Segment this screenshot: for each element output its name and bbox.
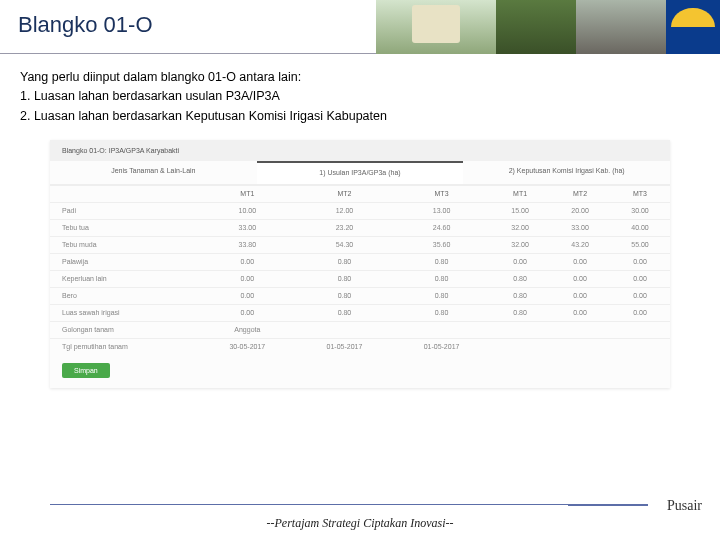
cell-value: 0.00 bbox=[610, 253, 670, 270]
cell-value: 0.00 bbox=[550, 287, 610, 304]
cell-value: 30-05-2017 bbox=[199, 338, 296, 355]
slide-footer: Pusair --Pertajam Strategi Ciptakan Inov… bbox=[0, 498, 720, 540]
ss-tab-usulan: 1) Usulan IP3A/GP3a (ha) bbox=[257, 161, 464, 184]
intro-lead: Yang perlu diinput dalam blangko 01-O an… bbox=[20, 68, 700, 87]
cell-value: 33.00 bbox=[550, 219, 610, 236]
col-mt2b: MT2 bbox=[550, 185, 610, 202]
row-label: Tebu tua bbox=[50, 219, 199, 236]
cell-value: 0.80 bbox=[393, 253, 490, 270]
row-label: Golongan tanam bbox=[50, 321, 199, 338]
ss-data-table: MT1 MT2 MT3 MT1 MT2 MT3 Padi10.0012.0013… bbox=[50, 185, 670, 355]
photo-structure bbox=[576, 0, 666, 54]
footer-rule bbox=[50, 504, 640, 505]
cell-value: 54.30 bbox=[296, 236, 393, 253]
table-row: Palawija0.000.800.800.000.000.00 bbox=[50, 253, 670, 270]
cell-value: 0.00 bbox=[490, 253, 550, 270]
title-underline bbox=[0, 53, 420, 54]
cell-value: 0.80 bbox=[296, 287, 393, 304]
cell-value: 0.80 bbox=[296, 270, 393, 287]
cell-value: 32.00 bbox=[490, 219, 550, 236]
cell-value bbox=[490, 338, 550, 355]
cell-value: 20.00 bbox=[550, 202, 610, 219]
col-mt1b: MT1 bbox=[490, 185, 550, 202]
cell-value: 15.00 bbox=[490, 202, 550, 219]
cell-value: 40.00 bbox=[610, 219, 670, 236]
row-label: Tebu muda bbox=[50, 236, 199, 253]
cell-value: 30.00 bbox=[610, 202, 670, 219]
table-row: Tebu muda33.8054.3035.6032.0043.2055.00 bbox=[50, 236, 670, 253]
cell-value: 13.00 bbox=[393, 202, 490, 219]
cell-value: 0.00 bbox=[610, 304, 670, 321]
cell-value: 12.00 bbox=[296, 202, 393, 219]
cell-value: 0.00 bbox=[199, 287, 296, 304]
ss-tab-keputusan: 2) Keputusan Komisi Irigasi Kab. (ha) bbox=[463, 161, 670, 184]
cell-value: 0.00 bbox=[610, 287, 670, 304]
cell-value bbox=[296, 321, 393, 338]
footer-tagline: --Pertajam Strategi Ciptakan Inovasi-- bbox=[0, 498, 720, 531]
cell-value: 0.80 bbox=[393, 304, 490, 321]
cell-value bbox=[393, 321, 490, 338]
row-label: Bero bbox=[50, 287, 199, 304]
intro-text: Yang perlu diinput dalam blangko 01-O an… bbox=[0, 54, 720, 126]
cell-value: 33.00 bbox=[199, 219, 296, 236]
cell-value: 0.00 bbox=[610, 270, 670, 287]
table-row: Golongan tanamAnggota bbox=[50, 321, 670, 338]
cell-value: 0.80 bbox=[490, 304, 550, 321]
cell-value: 32.00 bbox=[490, 236, 550, 253]
logo-pu bbox=[666, 0, 720, 54]
cell-value: 0.80 bbox=[393, 287, 490, 304]
col-mt2a: MT2 bbox=[296, 185, 393, 202]
cell-value: 0.00 bbox=[550, 253, 610, 270]
cell-value: 01-05-2017 bbox=[296, 338, 393, 355]
footer-rule-accent bbox=[568, 504, 648, 506]
cell-value bbox=[490, 321, 550, 338]
footer-brand: Pusair bbox=[667, 498, 702, 514]
cell-value: 0.80 bbox=[490, 270, 550, 287]
cell-value: Anggota bbox=[199, 321, 296, 338]
cell-value: 55.00 bbox=[610, 236, 670, 253]
table-row: Tebu tua33.0023.2024.6032.0033.0040.00 bbox=[50, 219, 670, 236]
photo-dam-gate bbox=[376, 0, 496, 54]
cell-value bbox=[550, 321, 610, 338]
cell-value: 0.00 bbox=[199, 270, 296, 287]
cell-value: 0.80 bbox=[296, 304, 393, 321]
ss-title: Blangko 01-O: IP3A/GP3A Karyabakti bbox=[50, 140, 670, 161]
slide-header: Blangko 01-O bbox=[0, 0, 720, 54]
save-button: Simpan bbox=[62, 363, 110, 378]
cell-value: 43.20 bbox=[550, 236, 610, 253]
cell-value: 24.60 bbox=[393, 219, 490, 236]
cell-value: 0.00 bbox=[550, 270, 610, 287]
row-label: Keperluan lain bbox=[50, 270, 199, 287]
table-row: Luas sawah irigasi0.000.800.800.800.000.… bbox=[50, 304, 670, 321]
cell-value: 0.00 bbox=[199, 304, 296, 321]
ss-tab-jenis: Jenis Tanaman & Lain-Lain bbox=[50, 161, 257, 184]
cell-value: 0.80 bbox=[393, 270, 490, 287]
embedded-screenshot: Blangko 01-O: IP3A/GP3A Karyabakti Jenis… bbox=[50, 140, 670, 387]
row-label: Palawija bbox=[50, 253, 199, 270]
col-mt1a: MT1 bbox=[199, 185, 296, 202]
col-mt3b: MT3 bbox=[610, 185, 670, 202]
intro-item-1: 1. Luasan lahan berdasarkan usulan P3A/I… bbox=[20, 87, 700, 106]
cell-value bbox=[550, 338, 610, 355]
row-label: Luas sawah irigasi bbox=[50, 304, 199, 321]
intro-item-2: 2. Luasan lahan berdasarkan Keputusan Ko… bbox=[20, 107, 700, 126]
ss-tabs: Jenis Tanaman & Lain-Lain 1) Usulan IP3A… bbox=[50, 161, 670, 184]
cell-value: 23.20 bbox=[296, 219, 393, 236]
cell-value bbox=[610, 338, 670, 355]
cell-value: 01-05-2017 bbox=[393, 338, 490, 355]
table-row: Tgl pemutihan tanam30-05-201701-05-20170… bbox=[50, 338, 670, 355]
photo-field bbox=[496, 0, 576, 54]
header-images bbox=[376, 0, 720, 54]
cell-value: 0.00 bbox=[550, 304, 610, 321]
table-row: Padi10.0012.0013.0015.0020.0030.00 bbox=[50, 202, 670, 219]
cell-value: 0.80 bbox=[490, 287, 550, 304]
cell-value: 35.60 bbox=[393, 236, 490, 253]
cell-value: 0.80 bbox=[296, 253, 393, 270]
cell-value: 33.80 bbox=[199, 236, 296, 253]
table-row: Keperluan lain0.000.800.800.800.000.00 bbox=[50, 270, 670, 287]
cell-value: 10.00 bbox=[199, 202, 296, 219]
row-label: Tgl pemutihan tanam bbox=[50, 338, 199, 355]
cell-value bbox=[610, 321, 670, 338]
cell-value: 0.00 bbox=[199, 253, 296, 270]
row-label: Padi bbox=[50, 202, 199, 219]
